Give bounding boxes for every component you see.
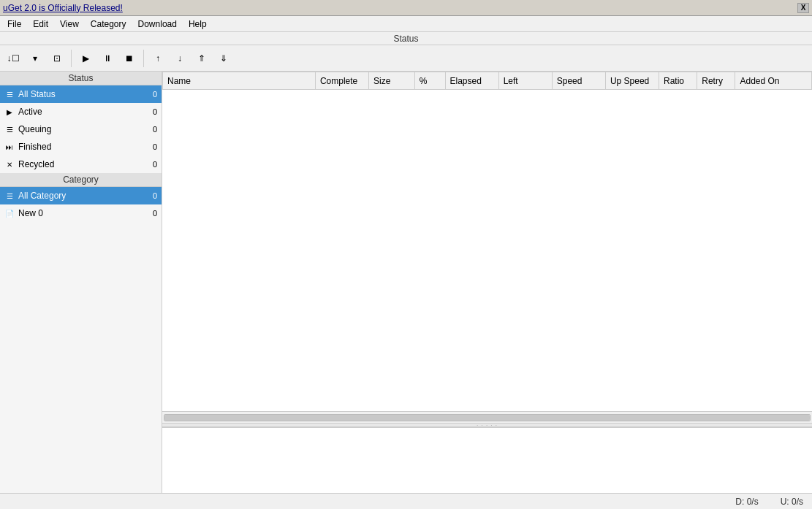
active-count: 0 xyxy=(153,107,157,116)
status-section-header: Status xyxy=(0,72,162,85)
menu-file[interactable]: File xyxy=(1,18,27,31)
scrollbar-thumb[interactable] xyxy=(164,415,810,421)
toolbar-move-top-button[interactable]: ⇑ xyxy=(191,48,212,69)
active-label: Active xyxy=(18,107,42,117)
sidebar-item-queuing[interactable]: ☰ Queuing 0 xyxy=(0,120,162,138)
title-text[interactable]: uGet 2.0 is Officially Released! xyxy=(3,3,123,13)
new-0-icon: 📄 xyxy=(4,208,15,218)
sidebar-item-new-0[interactable]: 📄 New 0 0 xyxy=(0,204,162,222)
status-label: Status xyxy=(0,32,812,45)
col-header-size[interactable]: Size xyxy=(369,72,415,90)
col-header-added-on[interactable]: Added On xyxy=(735,72,812,90)
toolbar-separator1 xyxy=(71,50,72,67)
toolbar-move-down-button[interactable]: ↓ xyxy=(170,48,190,69)
category-section-header: Category xyxy=(0,173,162,187)
toolbar-start-button[interactable]: ▶ xyxy=(75,48,96,69)
recycled-count: 0 xyxy=(153,160,157,169)
detail-panel xyxy=(162,427,812,493)
table-header: NameCompleteSize%ElapsedLeftSpeedUp Spee… xyxy=(163,72,812,90)
toolbar-separator2 xyxy=(143,50,144,67)
scrollbar-track[interactable] xyxy=(164,414,811,421)
sidebar-category-list: ☰ All Category 0 📄 New 0 0 xyxy=(0,187,162,222)
all-status-label: All Status xyxy=(18,89,56,99)
col-header-retry[interactable]: Retry xyxy=(697,72,735,90)
upload-speed: U: 0/s xyxy=(781,497,803,507)
download-table: NameCompleteSize%ElapsedLeftSpeedUp Spee… xyxy=(162,72,812,90)
menu-download[interactable]: Download xyxy=(132,18,183,31)
menu-edit[interactable]: Edit xyxy=(27,18,54,31)
col-header-speed[interactable]: Speed xyxy=(552,72,605,90)
new-0-label: New 0 xyxy=(18,208,43,218)
sidebar: Status ☰ All Status 0 ▶ Active 0 ☰ Queui… xyxy=(0,72,162,493)
download-speed: D: 0/s xyxy=(735,497,758,507)
recycled-label: Recycled xyxy=(18,159,54,169)
toolbar-move-up-button[interactable]: ↑ xyxy=(148,48,168,69)
col-header-complete[interactable]: Complete xyxy=(315,72,368,90)
menu-help[interactable]: Help xyxy=(183,18,213,31)
col-header-up-speed[interactable]: Up Speed xyxy=(605,72,659,90)
close-button[interactable]: X xyxy=(797,3,809,13)
toolbar-stop-button[interactable]: ⏹ xyxy=(119,48,140,69)
menu-view[interactable]: View xyxy=(54,18,85,31)
toolbar: ↓☐▾⊡▶⏸⏹↑↓⇑⇓ xyxy=(0,45,812,72)
title-bar: uGet 2.0 is Officially Released! X xyxy=(0,0,812,16)
finished-count: 0 xyxy=(153,142,157,151)
new-0-count: 0 xyxy=(153,209,157,218)
col-header-ratio[interactable]: Ratio xyxy=(659,72,697,90)
finished-label: Finished xyxy=(18,142,51,152)
sidebar-status-list: ☰ All Status 0 ▶ Active 0 ☰ Queuing 0 ⏭ … xyxy=(0,85,162,173)
sidebar-item-all-category[interactable]: ☰ All Category 0 xyxy=(0,187,162,204)
all-status-icon: ☰ xyxy=(4,89,15,99)
queuing-icon: ☰ xyxy=(4,124,15,134)
sidebar-item-recycled[interactable]: ✕ Recycled 0 xyxy=(0,156,162,173)
active-icon: ▶ xyxy=(4,107,15,117)
recycled-icon: ✕ xyxy=(4,159,15,169)
toolbar-move-bottom-button[interactable]: ⇓ xyxy=(213,48,234,69)
menu-category[interactable]: Category xyxy=(85,18,132,31)
toolbar-dropdown-arrow-button[interactable]: ▾ xyxy=(25,48,45,69)
footer: D: 0/s U: 0/s xyxy=(0,493,812,509)
toolbar-pause-button[interactable]: ⏸ xyxy=(97,48,118,69)
sidebar-item-active[interactable]: ▶ Active 0 xyxy=(0,103,162,120)
sidebar-item-all-status[interactable]: ☰ All Status 0 xyxy=(0,85,162,103)
table-area: NameCompleteSize%ElapsedLeftSpeedUp Spee… xyxy=(162,72,812,493)
menu-bar: FileEditViewCategoryDownloadHelp xyxy=(0,16,812,32)
queuing-label: Queuing xyxy=(18,124,51,134)
toolbar-new-task-button[interactable]: ⊡ xyxy=(47,48,67,69)
queuing-count: 0 xyxy=(153,125,157,134)
all-category-label: All Category xyxy=(18,191,66,201)
col-header-left[interactable]: Left xyxy=(498,72,552,90)
main-content: Status ☰ All Status 0 ▶ Active 0 ☰ Queui… xyxy=(0,72,812,493)
col-header-name[interactable]: Name xyxy=(163,72,316,90)
all-category-icon: ☰ xyxy=(4,191,15,201)
col-header-percent[interactable]: % xyxy=(414,72,445,90)
col-header-elapsed[interactable]: Elapsed xyxy=(445,72,498,90)
sidebar-item-finished[interactable]: ⏭ Finished 0 xyxy=(0,138,162,156)
table-scroll[interactable]: NameCompleteSize%ElapsedLeftSpeedUp Spee… xyxy=(162,72,812,411)
finished-icon: ⏭ xyxy=(4,142,15,152)
all-category-count: 0 xyxy=(153,191,157,200)
all-status-count: 0 xyxy=(153,90,157,99)
toolbar-new-download-button[interactable]: ↓☐ xyxy=(3,48,23,69)
